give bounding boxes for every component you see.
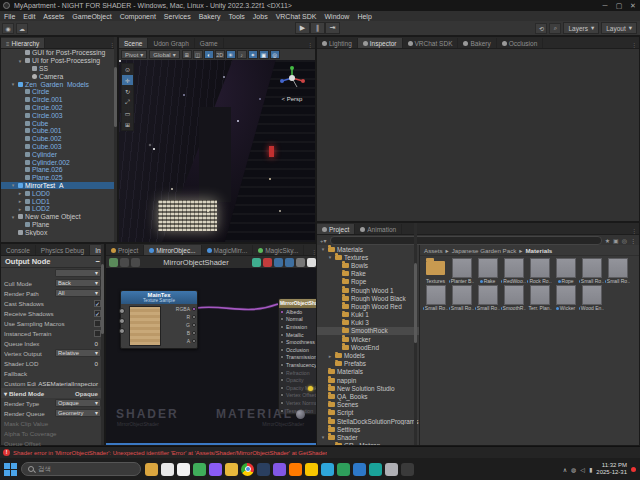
panel-menu-icon[interactable]: ⋮ xyxy=(630,237,636,244)
status-bar[interactable]: ! Shader error in 'MirrorObjectShader': … xyxy=(0,446,640,458)
tab-bakery[interactable]: Bakery xyxy=(458,38,496,48)
breadcrumb-item[interactable]: Materials xyxy=(525,247,552,254)
project-folder[interactable]: Rough Wood Black xyxy=(317,294,419,302)
expand-arrow-icon[interactable]: ▾ xyxy=(320,246,326,252)
volume-icon[interactable]: ◁ xyxy=(580,466,585,473)
library-icon[interactable] xyxy=(263,258,272,267)
asset-item[interactable]: Small Ro… xyxy=(579,258,604,284)
project-folder[interactable]: New Solution Studio xyxy=(317,384,419,392)
foldout-arrow-icon[interactable]: ▾ xyxy=(4,390,7,397)
maximize-button[interactable]: ▢ xyxy=(612,2,626,10)
menu-component[interactable]: Component xyxy=(116,13,160,20)
account-icon[interactable]: ◉ xyxy=(2,23,14,34)
rotate-tool-icon[interactable]: ↻ xyxy=(122,86,133,97)
property-dropdown[interactable]: Opaque▾ xyxy=(55,399,101,407)
select-icon[interactable] xyxy=(285,258,294,267)
master-port[interactable]: Transmission xyxy=(279,354,319,362)
expand-arrow-icon[interactable]: ▸ xyxy=(17,198,23,204)
master-port[interactable]: Vertex Normal xyxy=(279,399,319,407)
close-button[interactable]: ✕ xyxy=(626,2,640,10)
camera-settings-icon[interactable]: ▣ xyxy=(259,50,269,59)
texture-sample-node[interactable]: MainTex Texture Sample RGBARGBA xyxy=(120,290,198,349)
property-checkbox[interactable] xyxy=(94,320,101,327)
pause-icon[interactable]: ∥ xyxy=(310,22,325,34)
tab-magicmirr-[interactable]: MagicMirr... xyxy=(202,245,254,255)
expand-arrow-icon[interactable]: ▾ xyxy=(17,58,23,64)
orientation-dropdown[interactable]: Global▾ xyxy=(149,50,179,59)
camera-app-icon[interactable] xyxy=(385,463,398,476)
property-dropdown[interactable]: All▾ xyxy=(55,289,101,297)
effects-toggle-icon[interactable]: ✦ xyxy=(248,50,258,59)
expand-arrow-icon[interactable]: ▾ xyxy=(327,254,333,260)
output-port[interactable]: R xyxy=(176,313,196,321)
hierarchy-item[interactable]: Circle.003 xyxy=(1,111,117,119)
tab-lighting[interactable]: Lighting xyxy=(317,38,358,48)
scale-tool-icon[interactable]: ⤢ xyxy=(122,97,133,108)
master-port[interactable]: Metallic xyxy=(279,331,319,339)
undo-history-icon[interactable]: ⟲ xyxy=(535,23,547,34)
tab-game[interactable]: Game xyxy=(195,38,224,48)
asset-item[interactable]: Rock Ro… xyxy=(527,258,552,284)
project-folder[interactable]: Script xyxy=(317,409,419,417)
project-folder[interactable]: Kuki 1 xyxy=(317,311,419,319)
chrome-icon[interactable] xyxy=(241,463,254,476)
hierarchy-item[interactable]: Circle xyxy=(1,88,117,96)
settings-icon[interactable] xyxy=(296,258,305,267)
panel-menu-icon[interactable]: ⋮ xyxy=(307,41,315,48)
property-dropdown[interactable]: Relative▾ xyxy=(55,349,101,357)
project-folder[interactable]: ▾Textures xyxy=(317,253,419,261)
project-folder[interactable]: Settings xyxy=(317,425,419,433)
favorite-star-icon[interactable]: ★ xyxy=(605,237,610,244)
output-port[interactable]: RGBA xyxy=(176,305,196,313)
menu-tools[interactable]: Tools xyxy=(225,13,249,20)
project-folder[interactable]: ▾Materials xyxy=(317,245,419,253)
chat-app-icon[interactable] xyxy=(305,463,318,476)
expand-arrow-icon[interactable]: ▾ xyxy=(10,81,16,87)
hierarchy-item[interactable]: SS xyxy=(1,65,117,73)
menu-jobs[interactable]: Jobs xyxy=(249,13,272,20)
obs-icon[interactable] xyxy=(193,463,206,476)
property-checkbox[interactable]: ✓ xyxy=(94,300,101,307)
vscode-icon[interactable] xyxy=(353,463,366,476)
project-folder[interactable]: GR - Matcap xyxy=(317,442,419,446)
property-dropdown[interactable]: ▾ xyxy=(55,269,101,277)
lighting-toggle-icon[interactable]: ☀ xyxy=(226,50,236,59)
start-button[interactable] xyxy=(4,463,17,476)
tab-mirrorobjec-[interactable]: MirrorObjec... xyxy=(144,245,201,255)
tab-occlusion[interactable]: Occlusion xyxy=(497,38,544,48)
breadcrumb-item[interactable]: Japanese Garden Pack xyxy=(452,247,517,254)
teal-app-icon[interactable] xyxy=(369,463,382,476)
tab-animation[interactable]: Animation xyxy=(355,224,402,234)
property-dropdown[interactable]: Back▾ xyxy=(55,279,101,287)
hierarchy-item[interactable]: Skybox xyxy=(1,228,117,236)
hierarchy-item[interactable]: ▾Zen_Garden_Models xyxy=(1,80,117,88)
master-port[interactable]: Opacity Mask xyxy=(279,384,319,392)
view-tool-icon[interactable]: ⊙ xyxy=(122,64,133,75)
master-port[interactable]: Normal xyxy=(279,316,319,324)
asset-item[interactable]: Wood En… xyxy=(579,285,604,311)
asset-item[interactable]: Rope xyxy=(553,258,578,284)
hierarchy-item[interactable]: ▾UI for Post-Processing xyxy=(1,57,117,65)
expand-arrow-icon[interactable]: ▸ xyxy=(17,206,23,212)
telegram-icon[interactable] xyxy=(321,463,334,476)
panel-menu-icon[interactable]: ⋮ xyxy=(631,227,639,234)
collapse-icon[interactable]: − xyxy=(96,257,100,266)
project-tree-scrollbar[interactable] xyxy=(414,223,417,445)
cloud-icon[interactable]: ☁ xyxy=(16,23,28,34)
shader-graph-canvas[interactable]: MainTex Texture Sample RGBARGBA MirrorOb… xyxy=(106,268,319,443)
output-port[interactable]: A xyxy=(176,337,196,345)
hierarchy-scrollbar[interactable] xyxy=(114,37,117,242)
clock-app-icon[interactable] xyxy=(401,463,414,476)
focus-icon[interactable] xyxy=(274,258,283,267)
unity-hub-icon[interactable] xyxy=(225,463,238,476)
gizmos-toggle-icon[interactable]: ◎ xyxy=(270,50,280,59)
asset-item[interactable]: RedWoo… xyxy=(501,258,526,284)
hierarchy-item[interactable]: ▾New Game Object xyxy=(1,213,117,221)
project-folder[interactable]: ▸Models xyxy=(317,351,419,359)
notepad-icon[interactable] xyxy=(177,463,190,476)
tab-console[interactable]: Console xyxy=(1,245,36,255)
property-dropdown[interactable]: Geometry▾ xyxy=(55,409,101,417)
tab-vrchat-sdk[interactable]: VRChat SDK xyxy=(403,38,459,48)
taskbar-clock[interactable]: 11:32 PM 2025-12-31 xyxy=(596,462,627,476)
tab-inspector[interactable]: Inspector xyxy=(358,38,403,48)
